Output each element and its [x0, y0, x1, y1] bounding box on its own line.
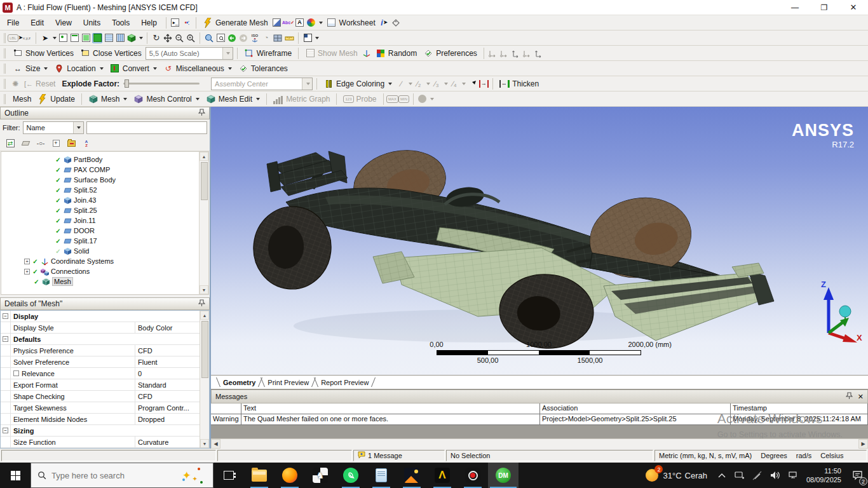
minimize-button[interactable]: —	[780, 0, 810, 15]
notification-center-icon[interactable]: 2	[846, 463, 868, 488]
explode-factor-slider-thumb[interactable]	[125, 79, 129, 88]
filter-search-input[interactable]	[86, 121, 208, 134]
search-input[interactable]	[51, 471, 159, 480]
tree-item-pax-comp[interactable]: ✓PAX COMP	[1, 165, 208, 175]
explode-icon[interactable]: ✺	[10, 79, 20, 89]
explode-factor-slider[interactable]	[123, 83, 200, 85]
relevance-checkbox[interactable]	[13, 370, 19, 376]
pin-icon[interactable]	[198, 109, 205, 118]
pin-icon[interactable]	[846, 392, 853, 401]
probe-button[interactable]: 123 Probe	[341, 93, 379, 105]
preferences-button[interactable]: Preferences	[421, 48, 480, 59]
section-color-swatch[interactable]	[302, 33, 313, 43]
ansys-launcher-icon[interactable]: Λ	[427, 463, 458, 488]
messages-header[interactable]: Messages ✕	[211, 390, 868, 403]
select-through-icon[interactable]	[115, 33, 125, 43]
close-vertices-button[interactable]: Close Vertices	[78, 48, 144, 59]
refresh-tree-icon[interactable]: ⇄	[5, 139, 15, 149]
vertex-scale-combo[interactable]: 5,5 (Auto Scale)	[146, 47, 233, 60]
expand-icon[interactable]: +	[24, 269, 30, 274]
details-scrollbar[interactable]: ▲ ▼	[200, 311, 209, 448]
tray-volume-icon[interactable]	[767, 463, 783, 488]
details-row-element-midside-nodes[interactable]: Element Midside NodesDropped	[1, 414, 209, 425]
scroll-left-icon[interactable]: ◀	[211, 439, 220, 449]
viewports-icon[interactable]	[273, 33, 283, 43]
axis-arrow-icon-4[interactable]	[522, 48, 532, 58]
photos-app-icon[interactable]	[397, 463, 427, 488]
select-mode-dropdown[interactable]	[53, 37, 57, 39]
tab-report-preview[interactable]: Report Preview	[321, 379, 369, 386]
tag-icon[interactable]	[391, 18, 401, 28]
menu-tools[interactable]: Tools	[107, 17, 135, 29]
tree-item-join43[interactable]: ✓Join.43	[1, 195, 208, 205]
tree-item-surface-body[interactable]: ✓Surface Body	[1, 175, 208, 185]
taskbar-clock[interactable]: 11:50 08/09/2025	[803, 466, 845, 485]
sphere-of-influence-icon[interactable]	[417, 94, 428, 104]
pick-coordinates-icon[interactable]: x,y,z	[22, 33, 32, 43]
outline-header[interactable]: Outline	[0, 107, 210, 119]
section-color-dropdown[interactable]	[315, 37, 319, 39]
tab-geometry[interactable]: Geometry	[223, 379, 255, 386]
edge-direction-icon-4[interactable]: ∕₄	[449, 79, 459, 89]
reset-explode-button[interactable]: [←Reset	[22, 79, 58, 89]
details-row-solver-preference[interactable]: Solver PreferenceFluent	[1, 356, 209, 368]
edge-direction-icon-1[interactable]: ∕	[396, 79, 406, 89]
box-zoom-icon[interactable]	[215, 33, 226, 43]
tray-network-icon[interactable]	[785, 463, 801, 488]
iso-cube-dropdown[interactable]	[139, 37, 143, 39]
expand-edges-icon[interactable]: →	[478, 79, 489, 89]
details-row-relevance[interactable]: Relevance0	[1, 368, 209, 379]
mesh-edit-button[interactable]: Mesh Edit	[203, 93, 262, 105]
iso-cube-icon[interactable]	[126, 33, 137, 43]
axis-arrow-icon-1[interactable]	[488, 48, 498, 58]
chart-color-dropdown[interactable]	[319, 22, 323, 24]
show-mesh-button[interactable]: Show Mesh	[302, 48, 360, 59]
column-timestamp[interactable]: Timestamp	[731, 403, 868, 414]
pin-icon[interactable]	[198, 299, 205, 309]
ruler-icon[interactable]	[284, 33, 294, 43]
zoom-icon[interactable]	[174, 33, 184, 43]
scroll-up-icon[interactable]: ▲	[200, 311, 209, 320]
info-cursor-icon[interactable]: i➤	[379, 18, 390, 28]
firefox-icon[interactable]	[275, 463, 305, 488]
expand-icon[interactable]: +	[24, 259, 30, 264]
pan-view-icon[interactable]	[163, 33, 173, 43]
size-button[interactable]: ↔ Size	[10, 63, 50, 74]
details-row-display-style[interactable]: Display StyleBody Color	[1, 322, 209, 334]
close-button[interactable]: ✕	[839, 0, 868, 15]
taskbar-search[interactable]: ✦ ✦	[31, 463, 214, 488]
select-face-icon[interactable]	[81, 33, 91, 43]
back-icon[interactable]	[227, 33, 237, 43]
zoom-in-icon[interactable]	[186, 33, 196, 43]
task-view-button[interactable]	[214, 463, 244, 488]
assembly-center-combo[interactable]: Assembly Center	[211, 78, 313, 90]
min-annotation-icon[interactable]: MIN	[399, 94, 409, 104]
max-annotation-icon[interactable]: MAX	[388, 94, 398, 104]
random-colors-button[interactable]: Random	[373, 48, 419, 59]
direction-arrow-icon[interactable]	[467, 79, 477, 89]
menu-edit[interactable]: Edit	[25, 17, 49, 29]
expand-all-icon[interactable]: +	[51, 139, 61, 149]
menu-help[interactable]: Help	[136, 17, 162, 29]
scroll-down-icon[interactable]: ▼	[200, 439, 209, 448]
command-window-icon[interactable]: ▸_	[170, 18, 180, 28]
menu-view[interactable]: View	[50, 17, 77, 29]
select-edge-icon[interactable]	[69, 33, 79, 43]
wireframe-button[interactable]: Wireframe	[241, 48, 294, 59]
start-button[interactable]	[0, 463, 31, 488]
collapse-eraser-icon[interactable]	[20, 139, 31, 149]
new-section-plane-icon[interactable]	[272, 18, 282, 28]
edge-coloring-button[interactable]: Edge Coloring	[321, 78, 395, 90]
connect-dots-icon[interactable]: ••:	[182, 18, 192, 28]
tray-pen-icon[interactable]	[749, 463, 766, 488]
mesh-control-button[interactable]: Mesh Control	[131, 93, 201, 105]
axis-arrow-icon-3[interactable]	[511, 48, 521, 58]
edge-direction-icon-2[interactable]: ∕₂	[414, 79, 424, 89]
text-label-icon[interactable]: A	[295, 18, 305, 28]
chess-app-icon[interactable]: ♞	[305, 463, 336, 488]
convert-button[interactable]: Convert	[107, 63, 159, 74]
tree-item-split25[interactable]: ✓Split.25	[1, 205, 208, 215]
tray-chevron-icon[interactable]	[714, 463, 730, 488]
maximize-button[interactable]: ❐	[810, 0, 839, 15]
select-vertex-icon[interactable]	[58, 33, 68, 43]
